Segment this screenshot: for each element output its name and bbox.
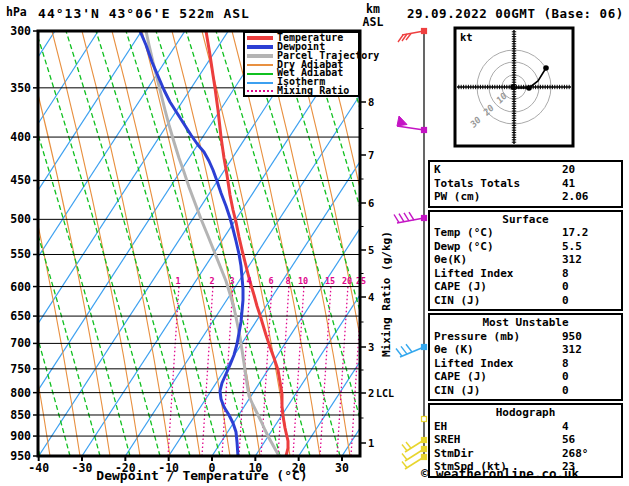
panel-section: Most UnstablePressure (mb)950θe (K)312Li… bbox=[428, 313, 623, 401]
panel-section-title: Most Unstable bbox=[434, 316, 617, 330]
panel-row-label: Pressure (mb) bbox=[434, 330, 562, 344]
wind-barb bbox=[394, 212, 427, 223]
mixing-ratio-value-label: 3 bbox=[229, 276, 234, 286]
km-tick-label: 5 bbox=[368, 244, 374, 256]
mixing-ratio-value-label: 15 bbox=[325, 276, 335, 286]
panel-row: Pressure (mb)950 bbox=[434, 330, 617, 344]
panel-row-value: 20 bbox=[562, 163, 575, 177]
panel-row-label: CIN (J) bbox=[434, 294, 562, 308]
panel-section-title: Hodograph bbox=[434, 406, 617, 420]
mixing-ratio-value-label: 20 bbox=[342, 276, 352, 286]
panel-row-value: 17.2 bbox=[562, 226, 589, 240]
panel-row: SREH56 bbox=[434, 433, 617, 447]
temp-tick-label: 30 bbox=[335, 461, 349, 475]
panel-section-title: Surface bbox=[434, 213, 617, 227]
panel-row-label: Lifted Index bbox=[434, 267, 562, 281]
panel-row: CAPE (J)0 bbox=[434, 280, 617, 294]
panel-row: StmDir268° bbox=[434, 447, 617, 461]
panel-row: θe(K)312 bbox=[434, 253, 617, 267]
legend-swatch bbox=[247, 45, 273, 49]
panel-row-label: StmDir bbox=[434, 447, 562, 461]
legend-swatch bbox=[247, 54, 273, 58]
pressure-tick-label: 900 bbox=[10, 429, 31, 443]
mixing-ratio-line bbox=[168, 285, 179, 456]
wind-barb bbox=[422, 417, 427, 422]
legend-swatch bbox=[247, 64, 273, 66]
panel-row: CIN (J)0 bbox=[434, 294, 617, 308]
pressure-tick-label: 600 bbox=[10, 280, 31, 294]
pressure-tick-label: 850 bbox=[10, 408, 31, 422]
mixing-ratio-value-label: 1 bbox=[175, 276, 180, 286]
km-tick-label: 6 bbox=[368, 197, 374, 209]
km-axis-unit2: ASL bbox=[356, 15, 390, 29]
pressure-tick-label: 450 bbox=[10, 173, 31, 187]
wind-barb bbox=[398, 29, 427, 43]
km-tick-label: 4 bbox=[368, 291, 374, 303]
panel-row-value: 0 bbox=[562, 384, 569, 398]
copyright-text: © weatheronline.co.uk bbox=[421, 466, 579, 481]
mixing-ratio-line bbox=[202, 285, 213, 456]
valid-datetime: 29.09.2022 00GMT (Base: 06) bbox=[407, 6, 624, 21]
panel-row-value: 8 bbox=[562, 267, 569, 281]
panel-row: PW (cm)2.06 bbox=[434, 190, 617, 204]
panel-row: Lifted Index8 bbox=[434, 357, 617, 371]
panel-row-value: 56 bbox=[562, 433, 575, 447]
mixing-ratio-axis-label: Mixing Ratio (g/kg) bbox=[380, 192, 393, 357]
km-tick-label: 1 bbox=[368, 437, 374, 449]
panel-row-value: 312 bbox=[562, 343, 582, 357]
panel-row-value: 5.5 bbox=[562, 240, 582, 254]
wind-barb bbox=[396, 344, 427, 357]
panel-row-label: EH bbox=[434, 420, 562, 434]
pressure-tick-label: 300 bbox=[10, 24, 31, 38]
mixing-ratio-value-label: 6 bbox=[268, 276, 273, 286]
legend-swatch bbox=[247, 82, 273, 84]
panel-row: θe (K)312 bbox=[434, 343, 617, 357]
panel-row: EH4 bbox=[434, 420, 617, 434]
hodograph: 102030kt bbox=[454, 27, 574, 147]
panel-row: CIN (J)0 bbox=[434, 384, 617, 398]
panel-row-value: 4 bbox=[562, 420, 569, 434]
panel-row: Lifted Index8 bbox=[434, 267, 617, 281]
panel-row-label: CIN (J) bbox=[434, 384, 562, 398]
hodograph-ring-label: 20 bbox=[481, 102, 497, 118]
panel-row-label: θe (K) bbox=[434, 343, 562, 357]
hodograph-point bbox=[543, 65, 549, 71]
panel-row-value: 0 bbox=[562, 294, 569, 308]
hodograph-point bbox=[526, 85, 532, 91]
skewt-sounding-app: 1234681015202530035040045050055060065070… bbox=[0, 0, 629, 486]
km-tick-label: 2 bbox=[368, 387, 374, 399]
panel-row-label: CAPE (J) bbox=[434, 370, 562, 384]
hodograph-ring-label: 30 bbox=[468, 114, 484, 130]
panel-row-label: PW (cm) bbox=[434, 190, 562, 204]
mixing-ratio-value-label: 2 bbox=[209, 276, 214, 286]
pressure-tick-label: 650 bbox=[10, 309, 31, 323]
pressure-tick-label: 350 bbox=[10, 81, 31, 95]
hodograph-ring-label: 10 bbox=[494, 90, 509, 105]
panel-section: K20Totals Totals41PW (cm)2.06 bbox=[428, 160, 623, 208]
indices-panel: K20Totals Totals41PW (cm)2.06SurfaceTemp… bbox=[428, 160, 623, 480]
panel-row-label: Totals Totals bbox=[434, 177, 562, 191]
legend-label: Mixing Ratio bbox=[277, 87, 349, 96]
pressure-tick-label: 800 bbox=[10, 386, 31, 400]
panel-row-value: 950 bbox=[562, 330, 582, 344]
legend: TemperatureDewpointParcel TrajectoryDry … bbox=[243, 31, 360, 97]
panel-row-label: Dewp (°C) bbox=[434, 240, 562, 254]
pressure-axis-unit: hPa bbox=[6, 5, 27, 19]
pressure-tick-label: 550 bbox=[10, 247, 31, 261]
pressure-tick-label: 700 bbox=[10, 336, 31, 350]
panel-row-value: 8 bbox=[562, 357, 569, 371]
mixing-ratio-value-label: 4 bbox=[246, 276, 251, 286]
legend-swatch bbox=[247, 36, 273, 40]
panel-row-value: 0 bbox=[562, 370, 569, 384]
lcl-marker-label: LCL bbox=[376, 388, 394, 399]
km-tick-label: 3 bbox=[368, 341, 374, 353]
temp-tick-label: -40 bbox=[28, 461, 49, 475]
panel-row: Temp (°C)17.2 bbox=[434, 226, 617, 240]
mixing-ratio-value-label: 10 bbox=[298, 276, 308, 286]
wind-barb bbox=[397, 116, 427, 133]
panel-row-label: Temp (°C) bbox=[434, 226, 562, 240]
panel-row: CAPE (J)0 bbox=[434, 370, 617, 384]
panel-row-value: 2.06 bbox=[562, 190, 589, 204]
panel-section: SurfaceTemp (°C)17.2Dewp (°C)5.5θe(K)312… bbox=[428, 210, 623, 312]
panel-row-value: 41 bbox=[562, 177, 575, 191]
